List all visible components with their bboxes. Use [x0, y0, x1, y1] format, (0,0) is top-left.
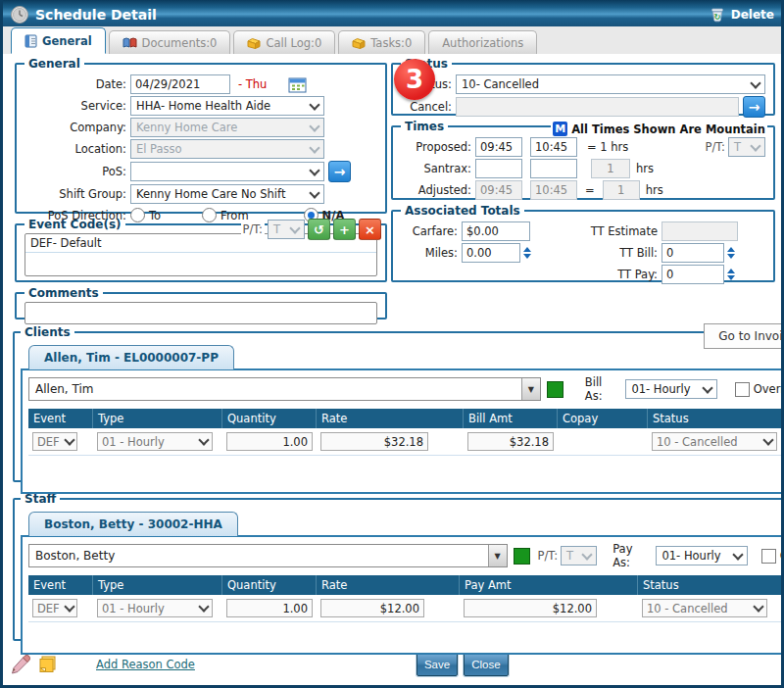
comments-section: Comments — [15, 286, 387, 319]
pos-lookup-button[interactable]: → — [328, 161, 351, 182]
tt-bill-stepper[interactable] — [727, 247, 735, 259]
chevron-down-icon — [309, 99, 319, 110]
combo-arrow-icon[interactable]: ▼ — [521, 378, 540, 400]
client-tab[interactable]: Allen, Tim - EL0000007-PP — [28, 345, 234, 369]
combo-arrow-icon[interactable]: ▼ — [488, 545, 507, 566]
client-name-combobox[interactable]: Allen, Tim ▼ — [28, 377, 541, 401]
bill-as-select[interactable]: 01- Hourly — [625, 379, 716, 399]
cancel-label: Cancel: — [401, 100, 456, 114]
company-select: Kenny Home Care — [130, 118, 324, 137]
pay-as-label: Pay As: — [612, 542, 652, 569]
chevron-down-icon — [750, 140, 760, 151]
staff-table-row: DEF 01 - Hourly 1.00 $12.00 $12.00 10 - … — [28, 595, 784, 622]
staff-quantity-field[interactable]: 1.00 — [226, 599, 313, 617]
client-table-header: Event Type Quantity Rate Bill Amt Copay … — [28, 409, 784, 428]
pay-override-checkbox[interactable] — [761, 549, 776, 564]
add-event-code-button[interactable]: + — [333, 219, 356, 240]
santrax-label: Santrax: — [401, 162, 475, 175]
pos-select[interactable] — [130, 162, 324, 181]
save-button[interactable]: Save — [416, 653, 458, 676]
remove-event-code-button[interactable]: × — [359, 219, 381, 240]
staff-table-empty-area — [28, 622, 784, 648]
tt-bill-field[interactable]: 0 — [662, 243, 724, 263]
status-select[interactable]: 10- Cancelled — [456, 74, 765, 94]
date-field[interactable]: 04/29/2021 — [130, 74, 230, 94]
tab-call-log[interactable]: Call Log:0 — [233, 30, 335, 54]
add-reason-code-link[interactable]: Add Reason Code — [96, 658, 195, 671]
undo-button[interactable]: ↺ — [308, 219, 330, 240]
chevron-down-icon — [309, 142, 319, 153]
client-bill-amt-field[interactable]: $32.18 — [467, 432, 554, 451]
chevron-down-icon — [702, 382, 712, 393]
event-codes-legend: Event Code(s) — [24, 218, 125, 231]
cancel-lookup-button[interactable]: → — [743, 96, 765, 118]
staff-pay-amt-field[interactable]: $12.00 — [464, 599, 597, 617]
proposed-label: Proposed: — [401, 140, 475, 154]
miles-field[interactable]: 0.00 — [462, 243, 520, 263]
shift-group-select[interactable]: Kenny Home Care No Shift — [130, 184, 324, 204]
client-status-select[interactable]: 10 - Cancelled — [652, 432, 777, 451]
chevron-down-icon — [198, 434, 209, 445]
staff-type-select[interactable]: 01 - Hourly — [97, 599, 213, 617]
tab-authorizations[interactable]: Authorizations — [428, 30, 537, 54]
staff-name-combobox[interactable]: Boston, Betty ▼ — [28, 544, 508, 567]
tab-general[interactable]: General — [11, 27, 106, 54]
staff-rate-field[interactable]: $12.00 — [320, 599, 424, 617]
carfare-field[interactable]: $0.00 — [462, 221, 530, 241]
proposed-start-field[interactable]: 09:45 — [475, 137, 522, 157]
call-log-icon — [247, 37, 261, 49]
chevron-down-icon — [198, 601, 209, 612]
staff-tab[interactable]: Boston, Betty - 30002-HHA — [28, 512, 238, 536]
comments-legend: Comments — [24, 286, 103, 300]
pay-as-select[interactable]: 01- Hourly — [656, 546, 747, 565]
note-icon[interactable] — [38, 656, 57, 674]
client-rate-field[interactable]: $32.18 — [320, 432, 428, 451]
event-pt-label: P/T: — [241, 222, 265, 236]
bill-override-label: Override — [754, 382, 784, 396]
shift-group-label: Shift Group: — [24, 187, 130, 201]
santrax-end-field[interactable] — [530, 159, 577, 178]
book-icon — [122, 36, 137, 49]
santrax-start-field[interactable] — [475, 159, 522, 178]
delete-label: Delete — [731, 8, 774, 22]
client-copay-cell — [558, 428, 648, 455]
bill-override-checkbox[interactable] — [735, 382, 750, 397]
equals-sign: = — [585, 183, 595, 197]
adjusted-start-field: 09:45 — [475, 180, 522, 200]
chevron-down-icon — [309, 187, 319, 198]
calendar-icon[interactable] — [288, 76, 307, 93]
pencil-icon[interactable] — [11, 655, 30, 675]
times-section: Times M All Times Shown Are Mountain Pro… — [391, 120, 775, 200]
tt-pay-label: TT Pay: — [567, 268, 662, 281]
comments-textarea[interactable] — [24, 302, 377, 324]
adjusted-hours-field: 1 — [603, 180, 640, 200]
chevron-down-icon — [64, 434, 74, 445]
client-type-select[interactable]: 01 - Hourly — [97, 432, 213, 451]
tab-tasks[interactable]: Tasks:0 — [338, 30, 425, 54]
tt-pay-stepper[interactable] — [727, 269, 735, 280]
go-to-invoice-button[interactable]: Go to Invoice — [704, 323, 784, 349]
service-label: Service: — [24, 99, 130, 113]
bill-as-label: Bill As: — [585, 375, 622, 403]
adjusted-label: Adjusted: — [401, 183, 475, 197]
miles-stepper[interactable] — [523, 247, 531, 259]
date-label: Date: — [24, 77, 130, 91]
tt-estimate-label: TT Estimate — [567, 224, 662, 238]
delete-button[interactable]: ↻ Delete — [709, 6, 774, 24]
close-button[interactable]: Close — [464, 653, 508, 676]
tab-tasks-label: Tasks:0 — [370, 36, 412, 50]
staff-event-select[interactable]: DEF — [32, 599, 77, 617]
times-pt-select: T — [728, 137, 765, 157]
tab-documents[interactable]: Documents:0 — [109, 30, 231, 54]
client-event-select[interactable]: DEF — [32, 432, 77, 451]
proposed-end-field[interactable]: 10:45 — [530, 137, 577, 157]
staff-pt-select: T — [561, 546, 597, 565]
client-quantity-field[interactable]: 1.00 — [226, 432, 313, 451]
staff-status-select[interactable]: 10 - Cancelled — [642, 599, 767, 617]
general-section: General Date: 04/29/2021 - Thu Service: … — [15, 57, 387, 214]
staff-table-header: Event Type Quantity Rate Pay Amt Status — [28, 575, 784, 595]
day-of-week: - Thu — [238, 77, 267, 91]
tt-pay-field[interactable]: 0 — [662, 265, 724, 284]
service-select[interactable]: HHA- Home Health Aide — [130, 96, 324, 116]
times-legend: Times — [401, 120, 448, 133]
